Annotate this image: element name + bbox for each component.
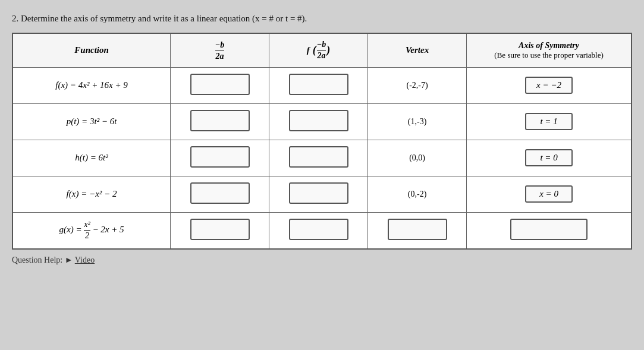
input-neg-b-2a-5[interactable] [171,212,269,249]
input-f-neg-b-2a-1[interactable] [269,67,368,103]
question-help-label: Question Help: [12,256,62,264]
vertex-cell-3: (0,0) [368,140,467,176]
instruction-line2: 2. Determine the axis of symmetry and wr… [12,12,632,26]
axis-cell-5[interactable] [467,212,632,249]
function-cell-3: h(t) = 6t² [12,140,171,176]
math-table: Function −b 2a f ( −b 2a [12,33,632,250]
header-vertex: Vertex [368,33,467,68]
question-help-bar: Question Help: ► Video [12,256,632,265]
function-cell-1: f(x) = 4x² + 16x + 9 [12,67,171,103]
input-f-neg-b-2a-3[interactable] [269,140,368,176]
input-neg-b-2a-2[interactable] [171,103,269,140]
axis-cell-2: t = 1 [467,103,632,140]
axis-cell-4: x = 0 [467,176,632,212]
instructions: 2. Determine the axis of symmetry and wr… [12,12,632,26]
input-f-neg-b-2a-5[interactable] [269,212,368,249]
function-cell-5: g(x) = x² 2 − 2x + 5 [12,212,171,249]
table-row: f(x) = −x² − 2 (0,-2) x = 0 [12,176,632,212]
header-axis: Axis of Symmetry (Be sure to use the pro… [467,33,632,68]
video-label[interactable]: Video [75,256,95,264]
table-row: h(t) = 6t² (0,0) t = 0 [12,140,632,176]
vertex-cell-5[interactable] [368,212,467,249]
function-cell-4: f(x) = −x² − 2 [12,176,171,212]
header-neg-b-2a: −b 2a [171,33,269,68]
header-f-neg-b-2a: f ( −b 2a ) [269,33,368,68]
table-row: f(x) = 4x² + 16x + 9 (-2,-7) x = −2 [12,67,632,103]
input-neg-b-2a-1[interactable] [171,67,269,103]
input-f-neg-b-2a-4[interactable] [269,176,368,212]
function-cell-2: p(t) = 3t² − 6t [12,103,171,140]
video-icon[interactable]: ► [65,256,73,264]
table-row: g(x) = x² 2 − 2x + 5 [12,212,632,249]
input-neg-b-2a-4[interactable] [171,176,269,212]
vertex-cell-4: (0,-2) [368,176,467,212]
input-neg-b-2a-3[interactable] [171,140,269,176]
axis-cell-1: x = −2 [467,67,632,103]
input-f-neg-b-2a-2[interactable] [269,103,368,140]
table-row: p(t) = 3t² − 6t (1,-3) t = 1 [12,103,632,140]
header-function: Function [12,33,171,68]
vertex-cell-1: (-2,-7) [368,67,467,103]
vertex-cell-2: (1,-3) [368,103,467,140]
axis-cell-3: t = 0 [467,140,632,176]
